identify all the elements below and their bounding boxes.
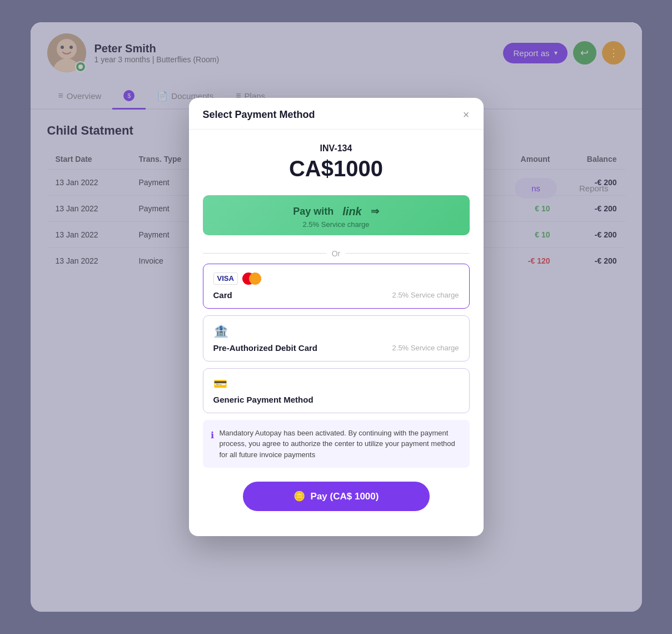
card-logos: VISA: [213, 273, 459, 285]
visa-logo: VISA: [213, 273, 238, 285]
pay-button[interactable]: 🪙 Pay (CA$ 1000): [243, 482, 430, 511]
or-divider: Or: [203, 249, 470, 258]
bank-icon: 🏦: [213, 324, 459, 339]
payment-modal: Select Payment Method × INV-134 CA$1000 …: [189, 98, 484, 537]
mastercard-logo: [242, 273, 261, 285]
wallet-icon: 🪙: [293, 491, 305, 502]
info-icon: ℹ: [211, 429, 214, 460]
card-service-charge: 2.5% Service charge: [392, 291, 459, 299]
modal-body: INV-134 CA$1000 Pay with link ⇒ 2.5% Ser…: [189, 130, 484, 537]
app-window: Peter Smith 1 year 3 months | Butterflie…: [31, 22, 642, 612]
card-option-row: Card 2.5% Service charge: [213, 290, 459, 300]
payment-option-generic[interactable]: 💳 Generic Payment Method: [203, 368, 470, 413]
generic-label: Generic Payment Method: [213, 395, 313, 404]
pay-button-label: Pay (CA$ 1000): [311, 491, 379, 502]
payment-option-debit[interactable]: 🏦 Pre-Authorized Debit Card 2.5% Service…: [203, 315, 470, 361]
pay-with-link-button[interactable]: Pay with link ⇒ 2.5% Service charge: [203, 195, 470, 235]
debit-label: Pre-Authorized Debit Card: [213, 343, 318, 353]
generic-option-row: Generic Payment Method: [213, 395, 459, 404]
generic-card-icon: 💳: [213, 377, 459, 390]
card-label: Card: [213, 290, 232, 300]
pay-link-service-charge: 2.5% Service charge: [214, 220, 459, 229]
info-text: Mandatory Autopay has been activated. By…: [220, 428, 462, 460]
invoice-id: INV-134: [203, 143, 470, 153]
debit-option-row: Pre-Authorized Debit Card 2.5% Service c…: [213, 343, 459, 353]
pay-link-main-text: Pay with link ⇒: [214, 205, 459, 218]
invoice-amount: CA$1000: [203, 156, 470, 181]
modal-overlay: Select Payment Method × INV-134 CA$1000 …: [31, 22, 642, 612]
modal-title: Select Payment Method: [203, 109, 315, 121]
payment-option-card[interactable]: VISA Card 2.5% Service charge: [203, 264, 470, 309]
close-button[interactable]: ×: [463, 109, 470, 120]
modal-header: Select Payment Method ×: [189, 98, 484, 130]
info-box: ℹ Mandatory Autopay has been activated. …: [203, 420, 470, 468]
pay-button-wrap: 🪙 Pay (CA$ 1000): [203, 479, 470, 522]
debit-service-charge: 2.5% Service charge: [392, 344, 459, 352]
link-logo: link: [342, 205, 361, 218]
